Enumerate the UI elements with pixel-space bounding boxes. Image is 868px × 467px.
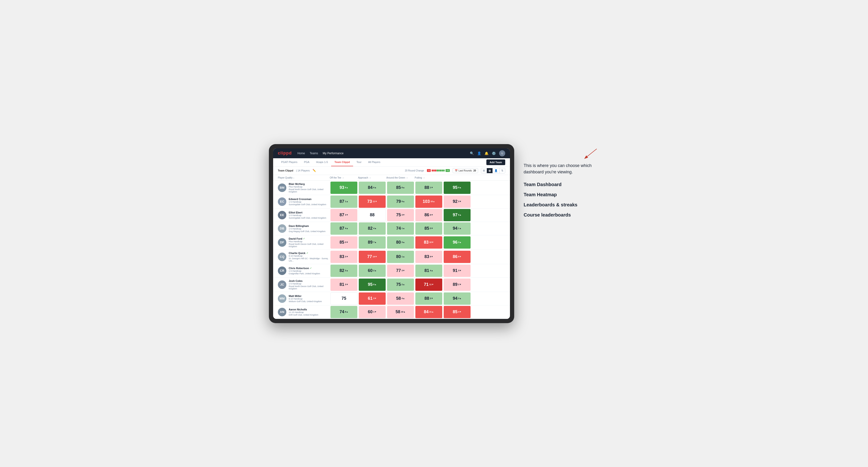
player-name: Aaron Nicholls xyxy=(289,308,318,311)
score-cell: 833▼ xyxy=(331,251,357,263)
score-cell: 773▼ xyxy=(387,264,414,277)
player-cell[interactable]: DFDavid Ford✓Plus HandicapRoyal North De… xyxy=(278,236,330,250)
score-change: 4▼ xyxy=(458,311,462,313)
team-name: Team Clippd xyxy=(278,169,293,172)
view-player-btn[interactable]: 👤 xyxy=(493,168,500,173)
sub-nav-pgat[interactable]: PGAT Players xyxy=(278,158,301,166)
score-change: 1▲ xyxy=(345,200,348,203)
player-info: Charlie Quick✓6-10 HandicapSt. George's … xyxy=(289,252,330,262)
player-name: Josh Coles xyxy=(289,280,330,282)
score-value: 93 xyxy=(340,185,344,190)
score-cell: 753▼ xyxy=(387,209,414,221)
score-change: 2▼ xyxy=(430,298,433,300)
score-cell: 5810▲ xyxy=(387,306,414,318)
player-cell[interactable]: ECEdward Crossman1-5 HandicapSunningdale… xyxy=(278,195,330,208)
score-cell: 881▼ xyxy=(415,182,442,194)
player-name: Dave Billingham xyxy=(289,224,326,227)
round-change-label: 20 Round Change xyxy=(405,169,424,172)
score-cell: 853▼ xyxy=(415,222,442,235)
score-cell: 7311▼ xyxy=(359,195,385,208)
nav-home[interactable]: Home xyxy=(298,151,305,156)
player-avatar: CR xyxy=(278,267,286,275)
edit-team-icon[interactable]: ✏️ xyxy=(312,169,316,172)
score-change: 1▼ xyxy=(373,311,377,313)
col-approach[interactable]: Approach → xyxy=(358,177,386,179)
score-cell: 748▲ xyxy=(331,306,357,318)
score-cell: 602▲ xyxy=(359,264,385,277)
score-change: 7▲ xyxy=(373,241,377,244)
score-cell: 88 xyxy=(359,209,385,221)
sub-nav-pga[interactable]: PGA xyxy=(301,158,313,166)
user-avatar[interactable]: U xyxy=(499,150,505,156)
player-name: Elliot Ebert xyxy=(289,211,326,214)
view-grid-btn[interactable]: ⊞ xyxy=(481,168,487,173)
last-rounds-button[interactable]: 📅 Last Rounds: 20 xyxy=(453,168,478,173)
score-cell: 858▲ xyxy=(387,182,414,194)
nav-my-performance[interactable]: My Performance xyxy=(323,151,343,156)
col-putting[interactable]: Putting → xyxy=(415,177,443,179)
score-cell: 897▲ xyxy=(359,236,385,249)
score-value: 86 xyxy=(425,213,429,217)
add-team-button[interactable]: Add Team xyxy=(486,159,505,165)
view-heatmap-btn[interactable]: ▦ xyxy=(487,168,493,173)
score-value: 84 xyxy=(368,185,373,190)
sub-nav-hcaps[interactable]: Hcaps 1-5 xyxy=(313,158,331,166)
player-cell[interactable]: MMMatt Miller6-10 HandicapWoburn Golf Cl… xyxy=(278,292,330,305)
bar-seg-green-5 xyxy=(443,169,445,172)
annotation-course-leaderboards: Course leaderboards xyxy=(524,212,599,218)
view-expand-btn[interactable]: ⇅ xyxy=(500,168,505,173)
sub-nav-all-players[interactable]: All Players xyxy=(365,158,384,166)
score-cell: 8310▼ xyxy=(415,236,442,249)
col-around-green[interactable]: Around the Green → xyxy=(386,177,415,179)
player-cell[interactable]: BMBlair McHargPlus HandicapRoyal North D… xyxy=(278,181,330,195)
score-value: 87 xyxy=(340,199,344,204)
score-cell: 601▼ xyxy=(359,306,385,318)
player-info: David Ford✓Plus HandicapRoyal North Devo… xyxy=(289,237,330,248)
player-avatar: JC xyxy=(278,280,286,289)
score-change: 3▼ xyxy=(402,270,405,272)
score-change: 8▲ xyxy=(345,311,348,313)
table-row: MMMatt Miller6-10 HandicapWoburn Golf Cl… xyxy=(273,292,510,305)
score-value: 85 xyxy=(396,185,401,190)
col-player-quality[interactable]: Player Quality ↓ xyxy=(278,177,330,179)
score-change: 3▼ xyxy=(402,214,405,216)
score-cell: 975▲ xyxy=(444,209,470,221)
player-handicap: 1-5 Handicap xyxy=(289,201,326,203)
score-cell: 823▲ xyxy=(331,264,357,277)
settings-button[interactable]: ⚙️ xyxy=(492,151,496,155)
nav-teams[interactable]: Teams xyxy=(310,151,318,156)
player-name: Charlie Quick✓ xyxy=(289,252,330,254)
player-club: Sunningdale Golf Club, United Kingdom xyxy=(289,217,326,219)
search-button[interactable]: 🔍 xyxy=(470,151,474,155)
player-club: Gog Magog Golf Club, United Kingdom xyxy=(289,230,326,232)
bar-seg-red-2 xyxy=(433,169,435,172)
change-bar: -5 +5 xyxy=(427,169,450,172)
player-cell[interactable]: ANAaron Nicholls11-15 HandicapDrift Golf… xyxy=(278,306,330,318)
player-cell[interactable]: JCJosh Coles1-5 HandicapRoyal North Devo… xyxy=(278,278,330,292)
score-cell: 866▼ xyxy=(415,209,442,221)
player-club: St. George's Hill GC - Weybridge - Surre… xyxy=(289,257,330,262)
score-change: 9▲ xyxy=(402,200,405,203)
table-header-row: Player Quality ↓ Off the Tee → Approach … xyxy=(273,175,510,181)
score-cell: 584▲ xyxy=(387,292,414,305)
score-change: 3▲ xyxy=(458,241,462,244)
score-value: 95 xyxy=(453,185,458,190)
sub-nav-team-clippd[interactable]: Team Clippd xyxy=(331,158,353,166)
player-cell[interactable]: DBDave Billingham1-5 HandicapGog Magog G… xyxy=(278,222,330,235)
player-name: Blair McHarg xyxy=(289,183,330,185)
player-cell[interactable]: EEElliot Ebert1-5 HandicapSunningdale Go… xyxy=(278,209,330,221)
score-value: 74 xyxy=(396,226,401,231)
player-cell[interactable]: CRChris Robertson✓1-5 HandicapCraigmilla… xyxy=(278,264,330,277)
team-header-bar: Team Clippd | 14 Players ✏️ 20 Round Cha… xyxy=(273,166,510,175)
profile-button[interactable]: 👤 xyxy=(477,151,481,155)
score-cell: 874▲ xyxy=(331,222,357,235)
col-off-tee[interactable]: Off the Tee → xyxy=(330,177,358,179)
score-cell: 958▲ xyxy=(359,279,385,291)
notifications-button[interactable]: 🔔 xyxy=(485,151,489,155)
player-cell[interactable]: CQCharlie Quick✓6-10 HandicapSt. George'… xyxy=(278,250,330,264)
verified-icon: ✓ xyxy=(303,238,305,240)
annotation-team-dashboard: Team Dashboard xyxy=(524,182,599,187)
sub-nav-tour[interactable]: Tour xyxy=(353,158,365,166)
score-value: 74 xyxy=(340,309,344,314)
score-change: 3▼ xyxy=(458,270,462,272)
